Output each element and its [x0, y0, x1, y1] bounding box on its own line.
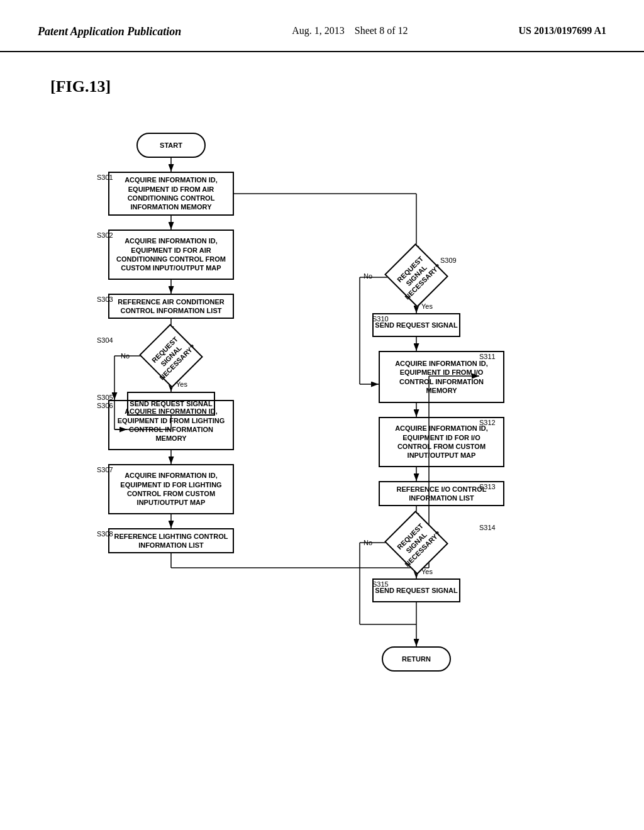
s306-box: ACQUIRE INFORMATION ID, EQUIPMENT ID FRO… [108, 400, 234, 450]
s308-box: REFERENCE LIGHTING CONTROL INFORMATION L… [108, 528, 234, 553]
s301-box: ACQUIRE INFORMATION ID, EQUIPMENT ID FRO… [108, 172, 234, 216]
s310-box: SEND REQUEST SIGNAL [372, 313, 460, 337]
figure-label: [FIG.13] [50, 77, 644, 96]
s315-box: SEND REQUEST SIGNAL [372, 578, 460, 602]
s311-box: ACQUIRE INFORMATION ID, EQUIPMENT ID FRO… [379, 351, 504, 403]
s314-diamond-wrapper: REQUEST SIGNAL NECESSARY? [393, 521, 440, 565]
flowchart: START S301 ACQUIRE INFORMATION ID, EQUIP… [39, 109, 605, 800]
s307-box: ACQUIRE INFORMATION ID, EQUIPMENT ID FOR… [108, 464, 234, 514]
s309-no-label: No [364, 272, 372, 280]
s304-yes-label: Yes [176, 380, 187, 388]
s314-no-label: No [364, 539, 372, 546]
s303-box: REFERENCE AIR CONDITIONER CONTROL INFORM… [108, 294, 234, 319]
date-sheet: Aug. 1, 2013 Sheet 8 of 12 [292, 25, 408, 36]
s313-box: REFERENCE I/O CONTROL INFORMATION LIST [379, 481, 504, 506]
s314-label: S314 [479, 524, 496, 531]
s309-label: S309 [440, 257, 457, 264]
s309-diamond-wrapper: REQUEST SIGNAL NECESSARY? [393, 253, 440, 297]
s309-yes-label: Yes [421, 302, 433, 310]
patent-number: US 2013/0197699 A1 [518, 25, 606, 36]
s304-no-label: No [121, 352, 130, 360]
return-node: RETURN [382, 646, 451, 672]
s302-box: ACQUIRE INFORMATION ID, EQUIPMENT ID FOR… [108, 230, 234, 280]
s312-box: ACQUIRE INFORMATION ID, EQUIPMENT ID FOR… [379, 417, 504, 467]
page-header: Patent Application Publication Aug. 1, 2… [0, 0, 644, 52]
s314-yes-label: Yes [421, 568, 433, 575]
start-node: START [136, 133, 206, 158]
publication-title: Patent Application Publication [38, 25, 181, 38]
s304-diamond-wrapper: REQUEST SIGNAL NECESSARY? [148, 334, 194, 378]
s304-label: S304 [97, 336, 113, 344]
